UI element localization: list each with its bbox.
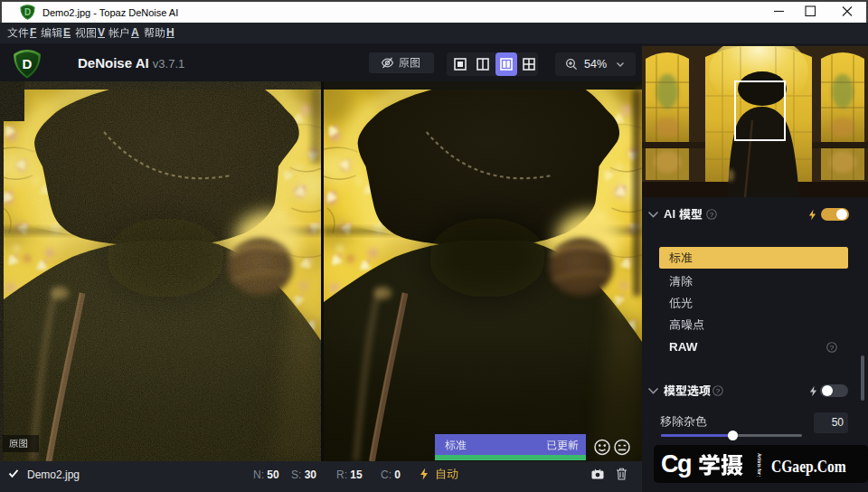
svg-text:D: D — [24, 7, 31, 17]
svg-text:?: ? — [830, 344, 835, 352]
svg-text:?: ? — [716, 387, 721, 395]
svg-text:D: D — [23, 56, 33, 71]
svg-text:?: ? — [710, 211, 714, 219]
